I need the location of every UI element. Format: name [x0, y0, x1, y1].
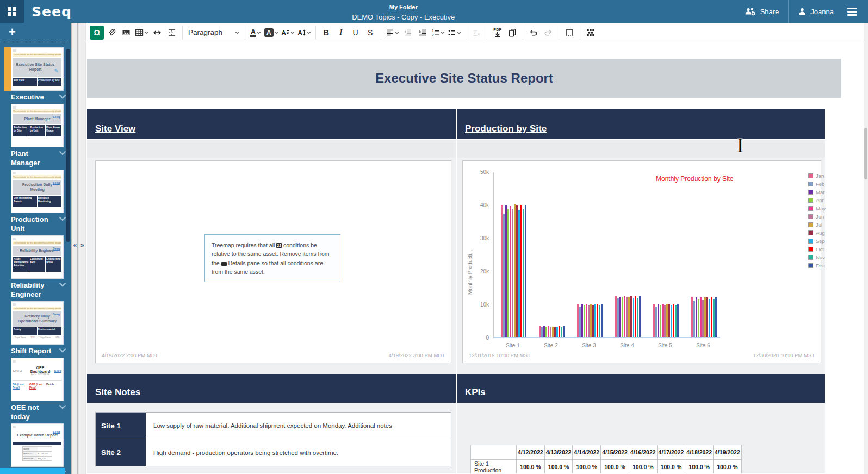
- width-resize-button[interactable]: [150, 26, 164, 40]
- user-menu[interactable]: Joanna: [789, 0, 843, 23]
- document-thumbnail[interactable]: The schedule for this document is curren…: [11, 235, 64, 279]
- document-thumbnail[interactable]: The schedule for this document is curren…: [11, 170, 64, 213]
- window-scrollbar[interactable]: [864, 23, 868, 474]
- toolbar-group: [523, 26, 559, 40]
- thumbnail-checkbox[interactable]: [13, 172, 16, 174]
- production-by-site-link[interactable]: Production by Site: [465, 123, 547, 134]
- font-color-button[interactable]: A: [249, 26, 263, 40]
- bar-mar: [543, 326, 545, 337]
- clear-formatting-button[interactable]: T: [469, 26, 483, 40]
- svg-text:2: 2: [432, 33, 434, 36]
- legend-item-jan: Jan: [808, 172, 826, 180]
- image-button[interactable]: [119, 26, 133, 40]
- legend-item-feb: Feb: [808, 180, 826, 188]
- thumbnail-checkbox[interactable]: [13, 238, 16, 240]
- user-icon: [798, 7, 807, 16]
- copy-document-button[interactable]: [505, 26, 519, 40]
- bar-jan: [501, 205, 503, 337]
- bar-group-site-4: [609, 172, 647, 337]
- sidebar-item-label[interactable]: Shift Report: [11, 346, 70, 356]
- link-button[interactable]: [104, 26, 119, 40]
- chevron-down-icon[interactable]: [59, 348, 66, 353]
- outdent-button[interactable]: [401, 26, 415, 40]
- thumbnail-checkbox[interactable]: [13, 106, 16, 109]
- sidebar-item-label[interactable]: OEE not today: [11, 403, 70, 421]
- document-thumbnail[interactable]: Line 2 OEE Dashboard Apr 14, 2022 1:38 P…: [11, 358, 64, 401]
- document-thumbnail[interactable]: The schedule for this document is curren…: [11, 47, 64, 91]
- indent-button[interactable]: [416, 26, 430, 40]
- ordered-list-button[interactable]: 12: [430, 26, 446, 40]
- legend-item-jun: Jun: [808, 213, 826, 221]
- line-height-button[interactable]: A: [296, 26, 312, 40]
- y-tick-label: 50k: [463, 169, 489, 175]
- table-button[interactable]: [134, 26, 150, 40]
- legend-label: Jan: [816, 173, 824, 179]
- thumbnail-checkbox[interactable]: [13, 303, 16, 306]
- redo-button[interactable]: [541, 26, 555, 40]
- unordered-list-button[interactable]: [447, 26, 462, 40]
- page-margins-button[interactable]: [562, 26, 576, 40]
- bar-jun: [588, 305, 590, 337]
- window-scrollbar-thumb[interactable]: [864, 128, 867, 179]
- bar-sep: [671, 305, 672, 337]
- seeq-mini-link: Seeq: [53, 181, 60, 185]
- add-document-button[interactable]: +: [9, 26, 21, 38]
- panel-splitter[interactable]: « »: [71, 23, 86, 474]
- bold-button[interactable]: B: [319, 26, 333, 40]
- user-name: Joanna: [810, 8, 834, 16]
- align-left-button[interactable]: [385, 26, 400, 40]
- document-canvas[interactable]: Executive Site Status Report Site View P…: [86, 42, 864, 473]
- range-start: 12/31/2019 10:00 PM MST: [469, 352, 531, 358]
- bar-group-site-3: [571, 172, 609, 337]
- sidebar-item-label[interactable]: Production Unit: [11, 215, 70, 233]
- sidebar-item-label[interactable]: Executive: [11, 92, 70, 102]
- legend-swatch: [808, 222, 813, 227]
- chevron-down-icon[interactable]: [59, 404, 66, 409]
- chevron-down-icon[interactable]: [59, 282, 66, 287]
- strikethrough-button[interactable]: S: [363, 26, 377, 40]
- bar-feb: [655, 307, 657, 337]
- fixed-width-button[interactable]: [584, 26, 598, 40]
- app-switcher-button[interactable]: [0, 0, 24, 23]
- undo-button[interactable]: [526, 26, 541, 40]
- expand-right-icon[interactable]: »: [80, 241, 84, 249]
- chevron-down-icon[interactable]: [59, 151, 66, 155]
- kpi-header-row: 4/12/20224/13/20224/14/20224/15/20224/16…: [471, 445, 742, 460]
- site-view-link[interactable]: Site View: [95, 123, 135, 134]
- kpi-corner-cell: [471, 445, 517, 460]
- chevron-down-icon[interactable]: [59, 94, 66, 99]
- thumbnail-checkbox[interactable]: [13, 49, 16, 52]
- seeq-content-button[interactable]: Ω: [90, 26, 104, 40]
- legend-swatch: [808, 239, 813, 244]
- collapse-left-icon[interactable]: «: [73, 241, 77, 249]
- chevron-down-icon[interactable]: [59, 216, 66, 221]
- breadcrumb-my-folder[interactable]: My Folder: [389, 3, 418, 11]
- share-button[interactable]: Share: [735, 0, 789, 23]
- highlight-color-button[interactable]: A: [263, 26, 280, 40]
- thumbnail-checkbox[interactable]: [13, 426, 16, 428]
- site-view-panel[interactable]: Treemap requires that all 22 conditions …: [95, 160, 451, 363]
- legend-swatch: [808, 247, 813, 252]
- bar-group-site-6: [685, 172, 723, 337]
- italic-button[interactable]: I: [334, 26, 348, 40]
- hamburger-menu-icon[interactable]: [843, 8, 868, 16]
- legend-label: Nov: [816, 254, 825, 260]
- thumbnail-checkbox[interactable]: [13, 360, 16, 363]
- font-size-button[interactable]: A: [280, 26, 296, 40]
- bar-mar: [619, 297, 621, 337]
- production-chart-panel[interactable]: Monthly Producti... Monthly Production b…: [462, 160, 821, 363]
- document-thumbnail[interactable]: The schedule for this document is curren…: [11, 301, 64, 345]
- seeq-logo: Seeq: [32, 4, 72, 20]
- bar-mar: [505, 205, 507, 337]
- sidebar-item-label[interactable]: Plant Manager: [11, 149, 70, 167]
- sidebar-item-label[interactable]: Reliability Engineer: [11, 280, 70, 299]
- underline-button[interactable]: U: [349, 26, 363, 40]
- bar-dec: [525, 205, 526, 337]
- bar-may: [586, 304, 587, 337]
- document-thumbnail[interactable]: The schedule for this document is curren…: [11, 104, 64, 147]
- document-thumbnail[interactable]: Example Batch Report Seeq Name Batch IDB…: [11, 423, 64, 467]
- page-break-button[interactable]: [165, 26, 179, 40]
- paragraph-style-select[interactable]: Paragraph: [186, 28, 241, 36]
- pdf-export-button[interactable]: PDF: [491, 26, 505, 40]
- sidebar-scrollbar-thumb[interactable]: [66, 49, 70, 242]
